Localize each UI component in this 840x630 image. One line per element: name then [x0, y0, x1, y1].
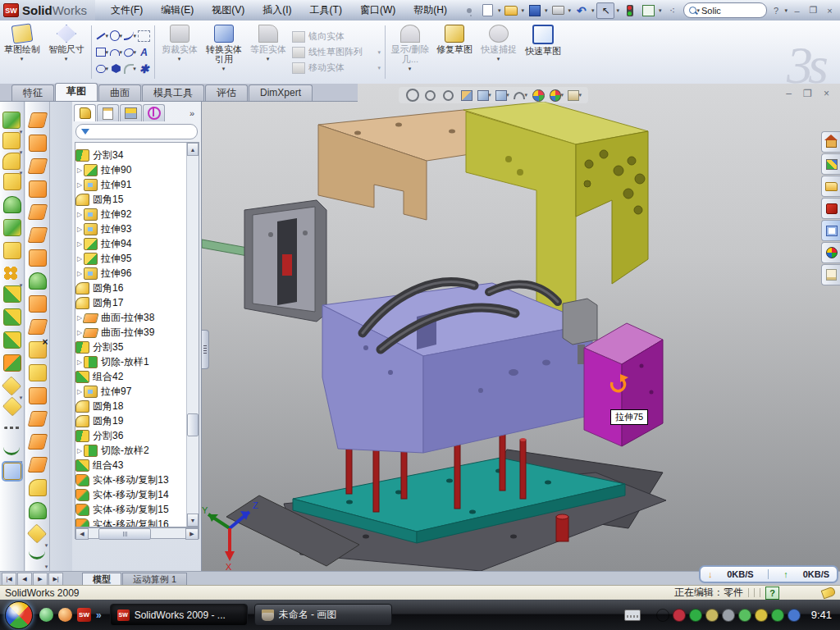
draft-icon[interactable] — [3, 219, 21, 236]
hide-show-items-icon[interactable]: ▾ — [514, 89, 527, 102]
expand-arrow-icon[interactable]: ▷ — [75, 240, 84, 248]
ellipse-icon[interactable]: ▾ — [124, 47, 136, 58]
open-icon[interactable] — [503, 3, 519, 18]
fillet-icon[interactable] — [2, 153, 21, 170]
boss-icon[interactable] — [3, 196, 21, 213]
feature-tree-item[interactable]: ▷ 曲面-拉伸39 — [75, 325, 186, 340]
feature-tree-item[interactable]: ▷ 拉伸93 — [75, 221, 186, 236]
feature-tree-item[interactable]: ▷ 拉伸95 — [75, 251, 186, 266]
print-dropdown[interactable]: ▾ — [568, 7, 571, 14]
ribbon-tab[interactable]: 特征 — [11, 84, 54, 101]
scroll-left-icon[interactable]: ◀ — [75, 528, 89, 540]
toolbar-overflow-icon[interactable]: ⁖ — [664, 3, 681, 18]
expand-arrow-icon[interactable]: ▷ — [75, 447, 84, 454]
point-icon[interactable]: ✱ — [138, 63, 150, 75]
menu-item[interactable]: 视图(V) — [203, 0, 253, 21]
expand-arrow-icon[interactable]: ▷ — [75, 181, 84, 189]
dome-icon[interactable] — [29, 502, 47, 519]
view-orientation-icon[interactable]: ▾ — [477, 89, 491, 102]
cmd-button[interactable]: 快速草图 — [521, 21, 565, 84]
linear-pattern-icon[interactable] — [2, 265, 21, 282]
options-checklist-icon[interactable] — [641, 3, 657, 18]
lofted-surface-icon[interactable] — [29, 272, 47, 290]
restore-button[interactable]: ❐ — [806, 4, 820, 16]
scroll-thumb-h[interactable] — [98, 528, 151, 540]
tree-vertical-scrollbar[interactable]: ▲ ▼ — [186, 143, 199, 527]
save-icon[interactable] — [527, 3, 543, 18]
home-tab[interactable] — [821, 131, 840, 153]
sketch-fillet-icon[interactable]: ▾ — [124, 63, 136, 75]
lofted-boss-icon[interactable] — [3, 173, 21, 190]
feature-tree-item[interactable]: 实体-移动/复制13 — [75, 472, 186, 487]
certificate-icon[interactable] — [705, 609, 719, 622]
view-settings-icon[interactable]: ▾ — [568, 89, 582, 102]
cmd-stack-item[interactable]: 镜向实体 — [292, 30, 381, 44]
tab-nav-button[interactable]: ▶| — [48, 573, 63, 586]
boundary-surface-icon[interactable] — [29, 180, 47, 198]
extruded-surface-icon[interactable] — [27, 158, 48, 174]
feature-tree-item[interactable]: ▷ 拉伸90 — [75, 162, 186, 177]
zoom-area-icon[interactable] — [423, 89, 437, 102]
feature-tree-item[interactable]: ▷ 切除-放样1 — [75, 354, 186, 369]
undo-dropdown[interactable]: ▾ — [591, 7, 595, 14]
red-cylinder-body[interactable] — [556, 514, 568, 541]
file-explorer-tab[interactable] — [821, 176, 840, 197]
cmd-dropdown[interactable]: ▾ — [267, 54, 270, 64]
swept-surface-icon[interactable] — [27, 112, 48, 128]
view-palette-tab[interactable] — [821, 220, 840, 241]
custom-properties-tab[interactable] — [821, 264, 840, 285]
document-tab[interactable]: 运动算例 1 — [122, 573, 187, 586]
help-dropdown[interactable]: ▾ — [785, 7, 788, 14]
feature-tree-item[interactable]: ▷ 切除-放样2 — [75, 443, 186, 458]
planar-surface-icon[interactable] — [29, 249, 47, 267]
edit-appearance-icon[interactable] — [532, 89, 546, 102]
feature-tree-item[interactable]: 圆角16 — [75, 281, 186, 295]
new-document-icon[interactable] — [480, 3, 496, 18]
user-accounts-icon[interactable] — [788, 609, 801, 622]
quick-launch-overflow[interactable]: » — [96, 609, 102, 621]
split-icon[interactable] — [3, 308, 21, 326]
feature-tree-item[interactable]: 圆角17 — [75, 295, 186, 310]
feature-tree-item[interactable]: 实体-移动/复制15 — [75, 502, 186, 517]
feature-tree-item[interactable]: 圆角18 — [75, 399, 186, 413]
expand-arrow-icon[interactable]: ▷ — [75, 255, 84, 262]
new-dropdown[interactable]: ▾ — [498, 7, 501, 14]
select-dropdown[interactable]: ▾ — [616, 7, 619, 14]
feature-tree-item[interactable]: ▷ 拉伸96 — [75, 266, 186, 281]
circle-icon[interactable]: ▾ — [110, 30, 122, 42]
help-button[interactable]: ? — [769, 4, 783, 16]
reference-geometry-icon-2[interactable] — [27, 523, 47, 543]
rectangle-icon[interactable]: ▾ — [96, 47, 108, 58]
tab-nav-button[interactable]: |◀ — [2, 573, 16, 586]
start-button[interactable] — [5, 601, 33, 629]
insert-assembly-body[interactable] — [202, 200, 326, 322]
cmd-dropdown[interactable]: ▾ — [178, 54, 181, 64]
apply-scene-icon[interactable]: ▾ — [550, 89, 564, 102]
manager-tabs-overflow[interactable]: » — [189, 108, 199, 118]
cmd-button[interactable]: 快速捕捉 ▾ — [477, 21, 521, 84]
fillet-surface-icon[interactable] — [29, 479, 47, 496]
document-tab[interactable]: 模型 — [82, 573, 121, 586]
cmd-button[interactable]: 智能尺寸 ▾ — [44, 21, 89, 84]
messenger-icon[interactable] — [39, 608, 53, 622]
combine-icon[interactable] — [3, 285, 21, 303]
minimize-button[interactable]: – — [790, 4, 804, 16]
replace-face-icon[interactable] — [29, 364, 47, 381]
scroll-thumb[interactable] — [187, 413, 199, 436]
selection-filter-icon[interactable] — [622, 3, 638, 18]
keyboard-layout-icon[interactable] — [656, 609, 669, 622]
parting-surface-icon[interactable] — [29, 387, 47, 404]
feature-tree-item[interactable]: ▷ 拉伸91 — [75, 177, 186, 192]
quick-tips-icon[interactable]: ? — [765, 587, 779, 600]
expand-arrow-icon[interactable]: ▷ — [75, 270, 84, 277]
feature-tree-item[interactable]: 圆角19 — [75, 413, 186, 428]
menu-item[interactable]: 帮助(H) — [404, 0, 456, 21]
appearances-tab[interactable] — [821, 242, 840, 263]
ribbon-tab[interactable]: DimXpert — [249, 84, 313, 101]
rotate-view-icon[interactable] — [441, 89, 455, 102]
offset-surface-icon[interactable] — [27, 227, 48, 243]
expand-arrow-icon[interactable]: ▷ — [75, 358, 84, 366]
cmd-button[interactable]: 转换实体引用 ▾ — [202, 21, 246, 84]
curve-icon[interactable] — [3, 445, 20, 455]
thicken-icon[interactable] — [29, 295, 47, 313]
